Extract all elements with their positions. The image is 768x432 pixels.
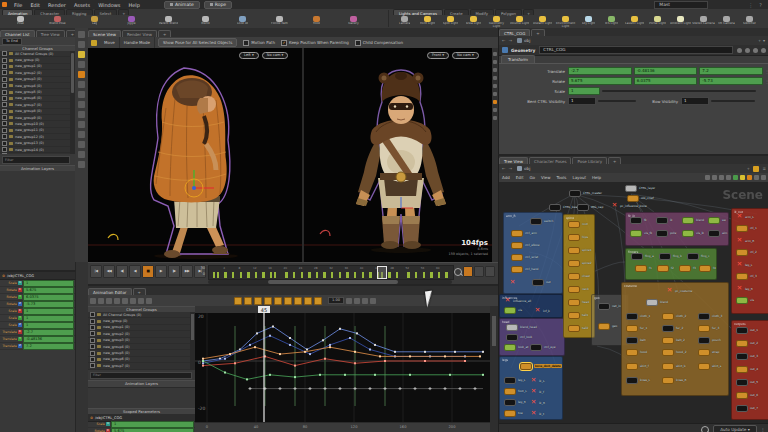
keyframe-mark[interactable] — [316, 272, 318, 278]
network-node-fur-3[interactable]: fur_3 — [698, 325, 719, 332]
network-node-ctrl-wrist[interactable]: ctrl_wrist — [511, 254, 538, 261]
camera-menu[interactable]: No cam ▾ — [452, 52, 479, 59]
network-node-fing-b[interactable]: fing_b — [659, 253, 682, 260]
shelf-tool-portal-light[interactable]: Portal Light — [646, 15, 669, 28]
spline-icon[interactable] — [284, 297, 292, 305]
network-node-hips[interactable]: hips — [568, 234, 588, 241]
shelf-tool-switcher[interactable]: Switcher — [738, 15, 761, 28]
network-node-leg-r[interactable]: ✕leg_R — [736, 285, 753, 292]
handle-mode-dropdown[interactable]: Handle Mode — [120, 37, 155, 48]
transport-4[interactable]: ■ — [142, 265, 154, 278]
vp-tab-add[interactable]: + — [158, 30, 171, 37]
shelf-tool-volume-light[interactable]: Volume Light — [508, 15, 531, 28]
net-menu-view[interactable]: View — [538, 175, 554, 180]
network-node-belt[interactable]: belt — [626, 337, 646, 344]
network-node-cloth-2[interactable]: cloth_2 — [662, 313, 686, 320]
bent-ctrl-visibility-field[interactable]: 1 — [568, 97, 596, 105]
shelf-tool-camera[interactable]: Camera — [393, 15, 416, 28]
vp-tab-render-view[interactable]: Render View — [122, 30, 157, 37]
display-option-icon[interactable] — [493, 84, 497, 88]
channel-value-field[interactable]: 5.675 — [111, 428, 194, 432]
network-node-spine2[interactable]: spine2 — [568, 260, 592, 267]
network-path[interactable]: obj — [524, 166, 530, 171]
network-node-pouch[interactable]: pouch — [698, 337, 721, 344]
graph-scrollbar[interactable] — [490, 306, 498, 432]
display-option-icon[interactable] — [493, 52, 497, 56]
zoom-icon[interactable] — [754, 175, 759, 180]
forward-button[interactable]: → — [509, 166, 513, 171]
grid-icon[interactable] — [726, 175, 731, 180]
constant-icon[interactable] — [234, 297, 242, 305]
back-button[interactable]: ← — [502, 166, 506, 171]
network-node-ctrl-elbow[interactable]: ctrl_elbow — [511, 242, 540, 249]
network-node-ik-l[interactable]: ✕ik_L — [530, 377, 545, 384]
network-node-skirt-s[interactable]: skirt_s — [698, 363, 721, 370]
shelf-tool-parent-blend[interactable]: Parent Blend — [150, 15, 187, 28]
group-checkbox[interactable] — [2, 147, 7, 152]
group-checkbox[interactable] — [90, 357, 95, 362]
display-option-icon[interactable] — [493, 76, 497, 80]
display-option-icon[interactable] — [493, 68, 497, 72]
keyframe-mark[interactable] — [285, 272, 287, 278]
lasso-icon[interactable] — [78, 121, 85, 128]
keyframe-mark[interactable] — [301, 272, 303, 278]
net-menu-layout[interactable]: Layout — [569, 175, 589, 180]
network-node-knee-l[interactable]: knee_L — [626, 377, 650, 384]
network-node-fk[interactable]: fk — [630, 217, 647, 224]
channel-row[interactable]: RotateX5.675 — [88, 428, 195, 432]
menu-windows[interactable]: Windows — [94, 2, 124, 8]
keyframe-mark[interactable] — [247, 272, 249, 278]
network-node-fur-1[interactable]: fur_1 — [626, 325, 647, 332]
group-checkbox[interactable] — [2, 109, 7, 114]
keyframe-mark[interactable] — [362, 272, 364, 278]
transport-1[interactable]: ◀◀ — [103, 265, 115, 278]
network-node-ctrl-layer[interactable]: CTRL_layer — [625, 185, 655, 192]
take-selector[interactable]: Mast — [654, 1, 708, 9]
footer-menu-icon[interactable]: ⋮ — [761, 427, 765, 432]
menu-assets[interactable]: Assets — [70, 2, 94, 8]
keyframe-mark[interactable] — [262, 272, 264, 278]
group-checkbox[interactable] — [2, 77, 7, 82]
new-tab-button[interactable]: ＋ — [746, 166, 750, 171]
snap-icon[interactable] — [138, 298, 144, 304]
transport-6[interactable]: |▶ — [168, 265, 180, 278]
filter-input[interactable]: Filter — [2, 156, 70, 164]
lock-icon[interactable] — [745, 48, 750, 53]
group-checkbox[interactable] — [2, 141, 7, 146]
keyframe-mark[interactable] — [217, 272, 219, 278]
rp-tab-add[interactable]: + — [531, 29, 544, 36]
group-checkbox[interactable] — [2, 115, 7, 120]
pin-icon[interactable] — [78, 151, 85, 158]
group-checkbox[interactable] — [2, 134, 7, 139]
move-keys-icon[interactable] — [106, 298, 112, 304]
ae-filter-input[interactable]: Filter — [90, 372, 192, 379]
network-node-out-3[interactable]: out_3 — [736, 353, 758, 360]
group-checkbox[interactable] — [90, 319, 95, 324]
shelf-tool-ies-light[interactable]: IES Light — [600, 15, 623, 28]
network-node-spine1[interactable]: spine1 — [568, 247, 592, 254]
frame-step-field[interactable]: 1.00 — [328, 297, 344, 304]
net-tab-add[interactable]: + — [608, 157, 621, 164]
keyframe-mark[interactable] — [331, 272, 333, 278]
ease-icon[interactable] — [146, 298, 152, 304]
group-checkbox[interactable] — [90, 344, 95, 349]
channel-value-field[interactable]: 1 — [23, 322, 74, 329]
group-checkbox[interactable] — [2, 58, 7, 63]
network-node-arm-r[interactable]: ✕arm_R — [736, 237, 754, 244]
translate-z-field[interactable]: 7.2 — [699, 67, 763, 75]
network-node-ctrl-arm[interactable]: ctrl_arm — [511, 230, 537, 237]
keyframe-mark[interactable] — [369, 272, 371, 278]
network-node-out[interactable]: out — [532, 279, 551, 286]
desktop-tab-rope[interactable]: Rope — [204, 1, 232, 9]
options-icon[interactable] — [370, 298, 376, 304]
shelf-tool-look-at[interactable]: Look At — [224, 15, 261, 28]
shelf-tool-lag[interactable]: Lag — [76, 15, 113, 28]
shelf-tool-caustic-light[interactable]: Caustic Light — [623, 15, 646, 28]
snap-icon[interactable] — [78, 91, 85, 98]
path-icon[interactable] — [78, 141, 85, 148]
net-menu-tools[interactable]: Tools — [554, 175, 570, 180]
group-checkbox[interactable] — [2, 96, 7, 101]
translate-x-field[interactable]: -2.7 — [568, 67, 632, 75]
menu-render[interactable]: Render — [44, 2, 70, 8]
network-node-pc-costume[interactable]: ✕pc_costume — [666, 287, 692, 294]
